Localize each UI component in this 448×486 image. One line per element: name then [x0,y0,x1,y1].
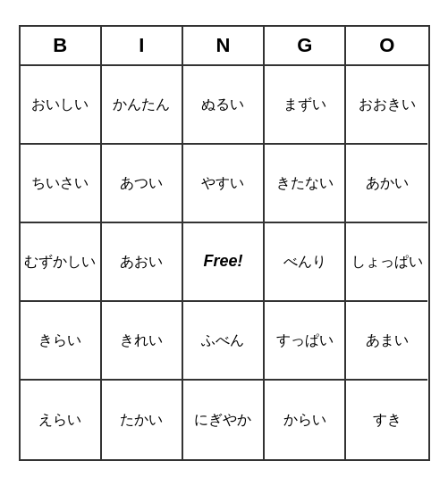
bingo-cell-4: おおきい [346,66,427,145]
bingo-cell-11: あおい [102,223,183,302]
header-cell-g: G [265,27,346,64]
bingo-cell-13: べんり [265,223,346,302]
header-cell-i: I [102,27,183,64]
bingo-cell-14: しょっぱい [346,223,427,302]
bingo-cell-3: まずい [265,66,346,145]
bingo-cell-20: えらい [21,381,102,459]
bingo-cell-8: きたない [265,145,346,223]
bingo-cell-17: ふべん [183,302,265,381]
bingo-cell-2: ぬるい [183,66,265,145]
bingo-cell-18: すっぱい [265,302,346,381]
bingo-card: BINGO おいしいかんたんぬるいまずいおおきいちいさいあついやすいきたないあか… [19,25,430,461]
bingo-cell-9: あかい [346,145,427,223]
bingo-cell-6: あつい [102,145,183,223]
bingo-cell-22: にぎやか [183,381,265,459]
bingo-cell-5: ちいさい [21,145,102,223]
header-cell-o: O [346,27,427,64]
bingo-cell-1: かんたん [102,66,183,145]
bingo-cell-15: きらい [21,302,102,381]
header-cell-n: N [183,27,265,64]
bingo-grid: おいしいかんたんぬるいまずいおおきいちいさいあついやすいきたないあかいむずかしい… [21,66,428,459]
bingo-cell-10: むずかしい [21,223,102,302]
free-cell: Free! [183,223,265,302]
bingo-cell-19: あまい [346,302,427,381]
header-cell-b: B [21,27,102,64]
bingo-cell-0: おいしい [21,66,102,145]
bingo-cell-24: すき [346,381,427,459]
bingo-header: BINGO [21,27,428,66]
bingo-cell-16: きれい [102,302,183,381]
bingo-cell-23: からい [265,381,346,459]
bingo-cell-7: やすい [183,145,265,223]
bingo-cell-21: たかい [102,381,183,459]
